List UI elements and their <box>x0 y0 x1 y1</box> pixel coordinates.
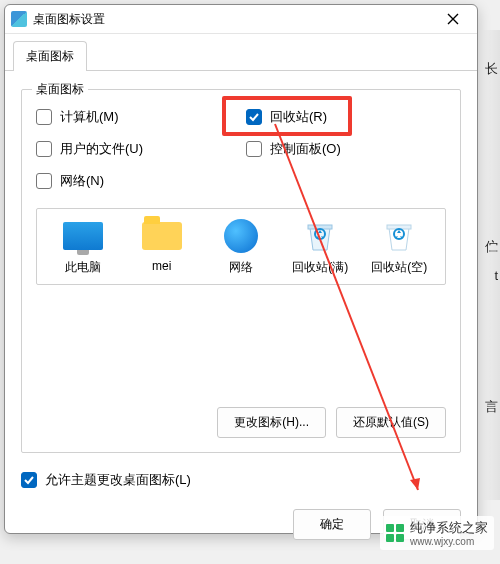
monitor-icon <box>63 222 103 250</box>
dialog-body: 桌面图标 计算机(M) 回收站(R) 用户的文件(U) 控制面板(O) <box>5 71 477 499</box>
watermark-brand: 纯净系统之家 <box>410 520 488 535</box>
checkbox-label: 用户的文件(U) <box>60 140 143 158</box>
close-button[interactable] <box>433 5 473 33</box>
watermark: 纯净系统之家 www.wjxy.com <box>380 516 494 550</box>
icon-item-recycle-full[interactable]: 回收站(满) <box>284 219 356 276</box>
icon-label: 回收站(满) <box>292 259 348 276</box>
folder-icon <box>142 222 182 250</box>
cropped-text: 长 <box>485 60 498 78</box>
icon-label: 此电脑 <box>65 259 101 276</box>
checkbox-box <box>36 141 52 157</box>
checkbox-box <box>36 109 52 125</box>
checkbox-control-panel[interactable]: 控制面板(O) <box>246 140 446 158</box>
checkbox-recycle-bin[interactable]: 回收站(R) <box>246 108 446 126</box>
restore-defaults-button[interactable]: 还原默认值(S) <box>336 407 446 438</box>
ok-button[interactable]: 确定 <box>293 509 371 540</box>
recycle-bin-empty-icon <box>384 220 414 252</box>
titlebar[interactable]: 桌面图标设置 <box>5 5 477 34</box>
cropped-text: 伫 <box>485 238 498 256</box>
icon-item-this-pc[interactable]: 此电脑 <box>47 219 119 276</box>
checkbox-network[interactable]: 网络(N) <box>36 172 236 190</box>
checkbox-label: 计算机(M) <box>60 108 119 126</box>
checkbox-label: 网络(N) <box>60 172 104 190</box>
checkbox-grid: 计算机(M) 回收站(R) 用户的文件(U) 控制面板(O) 网络(N) <box>36 108 446 190</box>
recycle-bin-full-icon <box>305 220 335 252</box>
icon-button-row: 更改图标(H)... 还原默认值(S) <box>36 407 446 438</box>
icon-preview-list: 此电脑 mei 网络 <box>36 208 446 285</box>
window-title: 桌面图标设置 <box>33 11 433 28</box>
icon-item-user-folder[interactable]: mei <box>126 219 198 276</box>
checkbox-user-files[interactable]: 用户的文件(U) <box>36 140 236 158</box>
checkbox-box <box>246 141 262 157</box>
group-desktop-icons: 桌面图标 计算机(M) 回收站(R) 用户的文件(U) 控制面板(O) <box>21 89 461 453</box>
close-icon <box>447 13 459 25</box>
tab-desktop-icons[interactable]: 桌面图标 <box>13 41 87 71</box>
change-icon-button[interactable]: 更改图标(H)... <box>217 407 326 438</box>
icon-label: mei <box>152 259 171 273</box>
group-legend: 桌面图标 <box>32 81 88 98</box>
watermark-logo-icon <box>386 524 404 542</box>
icon-label: 回收站(空) <box>371 259 427 276</box>
checkbox-label: 控制面板(O) <box>270 140 341 158</box>
icon-item-recycle-empty[interactable]: 回收站(空) <box>363 219 435 276</box>
checkbox-box <box>246 109 262 125</box>
checkbox-label: 回收站(R) <box>270 108 327 126</box>
checkbox-computer[interactable]: 计算机(M) <box>36 108 236 126</box>
edge-shadow <box>482 30 500 500</box>
desktop-icon-settings-dialog: 桌面图标设置 桌面图标 桌面图标 计算机(M) 回收站(R) 用户的 <box>4 4 478 534</box>
checkbox-box <box>36 173 52 189</box>
globe-icon <box>224 219 258 253</box>
icon-label: 网络 <box>229 259 253 276</box>
cropped-text: t <box>494 268 498 283</box>
tabstrip: 桌面图标 <box>5 34 477 71</box>
checkbox-box <box>21 472 37 488</box>
checkbox-label: 允许主题更改桌面图标(L) <box>45 471 191 489</box>
icon-item-network[interactable]: 网络 <box>205 219 277 276</box>
spacer <box>36 285 446 395</box>
watermark-url: www.wjxy.com <box>410 537 488 547</box>
checkbox-allow-theme-change[interactable]: 允许主题更改桌面图标(L) <box>21 471 461 489</box>
app-icon <box>11 11 27 27</box>
cropped-text: 言 <box>485 398 498 416</box>
